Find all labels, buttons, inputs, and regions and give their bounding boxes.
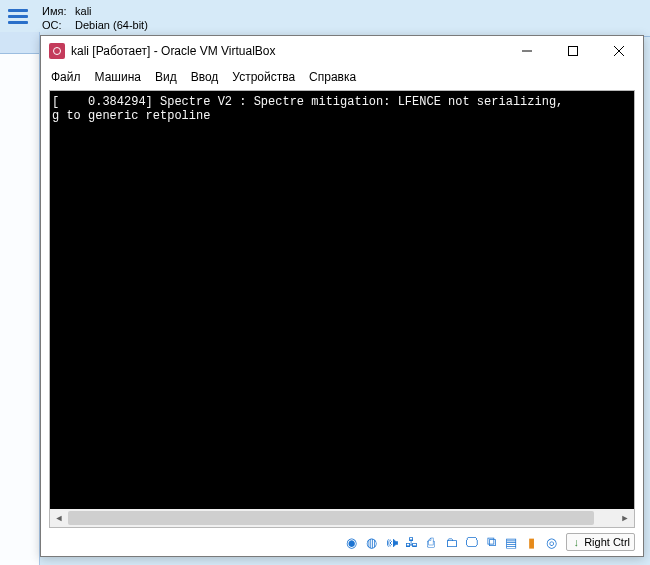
host-key-indicator[interactable]: ↓ Right Ctrl bbox=[566, 533, 635, 551]
vm-list-panel[interactable] bbox=[0, 32, 40, 565]
statusbar: ◉ ◍ 🕪 🖧 ⎙ 🗀 🖵 ⧉ ▤ ▮ ◎ ↓ Right Ctrl bbox=[41, 528, 643, 556]
vm-display: [ 0.384294] Spectre V2 : Spectre mitigat… bbox=[49, 90, 635, 528]
scroll-thumb[interactable] bbox=[68, 511, 594, 525]
cpu-icon[interactable]: ▤ bbox=[502, 533, 520, 551]
name-value: kali bbox=[75, 5, 92, 17]
display-icon[interactable]: 🖵 bbox=[462, 533, 480, 551]
hard-disk-icon[interactable]: ◉ bbox=[342, 533, 360, 551]
menu-machine[interactable]: Машина bbox=[95, 70, 141, 84]
os-label: ОС: bbox=[42, 18, 72, 32]
scroll-track[interactable] bbox=[68, 509, 616, 527]
vm-window: kali [Работает] - Oracle VM VirtualBox Ф… bbox=[40, 35, 644, 557]
audio-icon[interactable]: 🕪 bbox=[382, 533, 400, 551]
svg-rect-1 bbox=[569, 47, 578, 56]
name-label: Имя: bbox=[42, 4, 72, 18]
shared-folder-icon[interactable]: 🗀 bbox=[442, 533, 460, 551]
console-output[interactable]: [ 0.384294] Spectre V2 : Spectre mitigat… bbox=[50, 91, 634, 509]
usb-icon[interactable]: ⎙ bbox=[422, 533, 440, 551]
os-value: Debian (64-bit) bbox=[75, 19, 148, 31]
vm-list-item[interactable] bbox=[0, 32, 39, 54]
close-button[interactable] bbox=[599, 36, 639, 66]
menu-input[interactable]: Ввод bbox=[191, 70, 219, 84]
vm-info: Имя: kali ОС: Debian (64-bit) bbox=[42, 4, 148, 32]
vm-manager-header: Имя: kali ОС: Debian (64-bit) bbox=[0, 0, 650, 37]
menubar: Файл Машина Вид Ввод Устройства Справка bbox=[41, 66, 643, 90]
maximize-button[interactable] bbox=[553, 36, 593, 66]
menu-file[interactable]: Файл bbox=[51, 70, 81, 84]
network-icon[interactable]: 🖧 bbox=[402, 533, 420, 551]
scroll-left-arrow[interactable]: ◄ bbox=[50, 509, 68, 527]
recording-icon[interactable]: ⧉ bbox=[482, 533, 500, 551]
console-line: [ 0.384294] Spectre V2 : Spectre mitigat… bbox=[52, 95, 570, 109]
arrow-down-icon: ↓ bbox=[571, 537, 581, 547]
menu-view[interactable]: Вид bbox=[155, 70, 177, 84]
titlebar[interactable]: kali [Работает] - Oracle VM VirtualBox bbox=[41, 36, 643, 66]
minimize-button[interactable] bbox=[507, 36, 547, 66]
app-icon bbox=[49, 43, 65, 59]
horizontal-scrollbar[interactable]: ◄ ► bbox=[50, 509, 634, 527]
scroll-right-arrow[interactable]: ► bbox=[616, 509, 634, 527]
menu-devices[interactable]: Устройства bbox=[232, 70, 295, 84]
keyboard-captured-icon[interactable]: ◎ bbox=[542, 533, 560, 551]
console-line: g to generic retpoline bbox=[52, 109, 210, 123]
menu-help[interactable]: Справка bbox=[309, 70, 356, 84]
mouse-integration-icon[interactable]: ▮ bbox=[522, 533, 540, 551]
window-title: kali [Работает] - Oracle VM VirtualBox bbox=[71, 44, 276, 58]
host-key-label: Right Ctrl bbox=[584, 536, 630, 548]
hamburger-icon[interactable] bbox=[6, 4, 30, 28]
optical-disk-icon[interactable]: ◍ bbox=[362, 533, 380, 551]
